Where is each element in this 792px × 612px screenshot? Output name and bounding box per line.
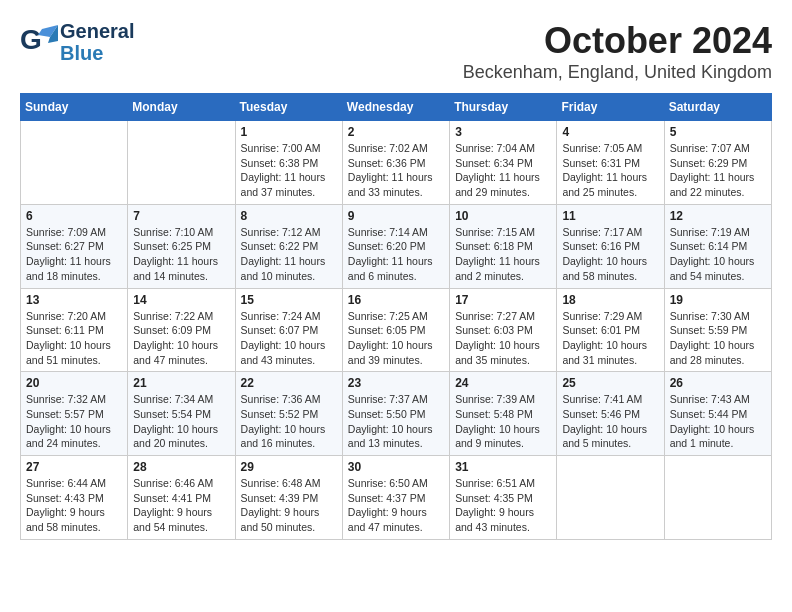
day-info: Sunrise: 7:32 AM Sunset: 5:57 PM Dayligh… xyxy=(26,392,122,451)
calendar-cell xyxy=(664,456,771,540)
day-info: Sunrise: 7:17 AM Sunset: 6:16 PM Dayligh… xyxy=(562,225,658,284)
weekday-header-wednesday: Wednesday xyxy=(342,94,449,121)
day-number: 16 xyxy=(348,293,444,307)
day-number: 17 xyxy=(455,293,551,307)
day-info: Sunrise: 7:37 AM Sunset: 5:50 PM Dayligh… xyxy=(348,392,444,451)
calendar-cell: 23Sunrise: 7:37 AM Sunset: 5:50 PM Dayli… xyxy=(342,372,449,456)
calendar-cell: 26Sunrise: 7:43 AM Sunset: 5:44 PM Dayli… xyxy=(664,372,771,456)
weekday-header-tuesday: Tuesday xyxy=(235,94,342,121)
calendar-cell: 17Sunrise: 7:27 AM Sunset: 6:03 PM Dayli… xyxy=(450,288,557,372)
calendar-cell: 18Sunrise: 7:29 AM Sunset: 6:01 PM Dayli… xyxy=(557,288,664,372)
day-number: 14 xyxy=(133,293,229,307)
calendar-cell: 7Sunrise: 7:10 AM Sunset: 6:25 PM Daylig… xyxy=(128,204,235,288)
day-info: Sunrise: 7:14 AM Sunset: 6:20 PM Dayligh… xyxy=(348,225,444,284)
day-number: 10 xyxy=(455,209,551,223)
week-row-3: 13Sunrise: 7:20 AM Sunset: 6:11 PM Dayli… xyxy=(21,288,772,372)
day-number: 12 xyxy=(670,209,766,223)
day-number: 18 xyxy=(562,293,658,307)
calendar-cell: 2Sunrise: 7:02 AM Sunset: 6:36 PM Daylig… xyxy=(342,121,449,205)
week-row-2: 6Sunrise: 7:09 AM Sunset: 6:27 PM Daylig… xyxy=(21,204,772,288)
calendar-cell: 1Sunrise: 7:00 AM Sunset: 6:38 PM Daylig… xyxy=(235,121,342,205)
calendar-cell: 21Sunrise: 7:34 AM Sunset: 5:54 PM Dayli… xyxy=(128,372,235,456)
day-info: Sunrise: 7:25 AM Sunset: 6:05 PM Dayligh… xyxy=(348,309,444,368)
weekday-header-row: SundayMondayTuesdayWednesdayThursdayFrid… xyxy=(21,94,772,121)
calendar-cell: 12Sunrise: 7:19 AM Sunset: 6:14 PM Dayli… xyxy=(664,204,771,288)
calendar-cell: 6Sunrise: 7:09 AM Sunset: 6:27 PM Daylig… xyxy=(21,204,128,288)
day-info: Sunrise: 7:27 AM Sunset: 6:03 PM Dayligh… xyxy=(455,309,551,368)
day-info: Sunrise: 7:09 AM Sunset: 6:27 PM Dayligh… xyxy=(26,225,122,284)
calendar-cell: 27Sunrise: 6:44 AM Sunset: 4:43 PM Dayli… xyxy=(21,456,128,540)
calendar-cell: 19Sunrise: 7:30 AM Sunset: 5:59 PM Dayli… xyxy=(664,288,771,372)
calendar-cell xyxy=(21,121,128,205)
calendar-cell: 16Sunrise: 7:25 AM Sunset: 6:05 PM Dayli… xyxy=(342,288,449,372)
day-info: Sunrise: 7:02 AM Sunset: 6:36 PM Dayligh… xyxy=(348,141,444,200)
day-info: Sunrise: 7:07 AM Sunset: 6:29 PM Dayligh… xyxy=(670,141,766,200)
calendar-cell: 28Sunrise: 6:46 AM Sunset: 4:41 PM Dayli… xyxy=(128,456,235,540)
weekday-header-monday: Monday xyxy=(128,94,235,121)
day-info: Sunrise: 7:24 AM Sunset: 6:07 PM Dayligh… xyxy=(241,309,337,368)
day-info: Sunrise: 7:00 AM Sunset: 6:38 PM Dayligh… xyxy=(241,141,337,200)
day-number: 26 xyxy=(670,376,766,390)
calendar-cell: 24Sunrise: 7:39 AM Sunset: 5:48 PM Dayli… xyxy=(450,372,557,456)
page-header: G General Blue October 2024 Beckenham, E… xyxy=(20,20,772,83)
day-number: 5 xyxy=(670,125,766,139)
title-block: October 2024 Beckenham, England, United … xyxy=(463,20,772,83)
day-number: 31 xyxy=(455,460,551,474)
week-row-1: 1Sunrise: 7:00 AM Sunset: 6:38 PM Daylig… xyxy=(21,121,772,205)
day-info: Sunrise: 7:30 AM Sunset: 5:59 PM Dayligh… xyxy=(670,309,766,368)
day-number: 1 xyxy=(241,125,337,139)
day-info: Sunrise: 6:50 AM Sunset: 4:37 PM Dayligh… xyxy=(348,476,444,535)
calendar-cell: 25Sunrise: 7:41 AM Sunset: 5:46 PM Dayli… xyxy=(557,372,664,456)
location: Beckenham, England, United Kingdom xyxy=(463,62,772,83)
calendar-table: SundayMondayTuesdayWednesdayThursdayFrid… xyxy=(20,93,772,540)
day-number: 11 xyxy=(562,209,658,223)
calendar-cell: 10Sunrise: 7:15 AM Sunset: 6:18 PM Dayli… xyxy=(450,204,557,288)
day-info: Sunrise: 7:41 AM Sunset: 5:46 PM Dayligh… xyxy=(562,392,658,451)
day-info: Sunrise: 7:05 AM Sunset: 6:31 PM Dayligh… xyxy=(562,141,658,200)
month-title: October 2024 xyxy=(463,20,772,62)
calendar-cell: 11Sunrise: 7:17 AM Sunset: 6:16 PM Dayli… xyxy=(557,204,664,288)
weekday-header-saturday: Saturday xyxy=(664,94,771,121)
day-number: 3 xyxy=(455,125,551,139)
day-number: 29 xyxy=(241,460,337,474)
week-row-5: 27Sunrise: 6:44 AM Sunset: 4:43 PM Dayli… xyxy=(21,456,772,540)
calendar-cell: 3Sunrise: 7:04 AM Sunset: 6:34 PM Daylig… xyxy=(450,121,557,205)
day-info: Sunrise: 7:12 AM Sunset: 6:22 PM Dayligh… xyxy=(241,225,337,284)
day-info: Sunrise: 7:22 AM Sunset: 6:09 PM Dayligh… xyxy=(133,309,229,368)
day-info: Sunrise: 7:34 AM Sunset: 5:54 PM Dayligh… xyxy=(133,392,229,451)
logo-blue: Blue xyxy=(60,42,134,64)
day-number: 23 xyxy=(348,376,444,390)
day-info: Sunrise: 6:51 AM Sunset: 4:35 PM Dayligh… xyxy=(455,476,551,535)
day-number: 9 xyxy=(348,209,444,223)
day-number: 7 xyxy=(133,209,229,223)
calendar-cell: 5Sunrise: 7:07 AM Sunset: 6:29 PM Daylig… xyxy=(664,121,771,205)
day-number: 27 xyxy=(26,460,122,474)
svg-text:G: G xyxy=(20,24,42,55)
weekday-header-friday: Friday xyxy=(557,94,664,121)
day-info: Sunrise: 7:19 AM Sunset: 6:14 PM Dayligh… xyxy=(670,225,766,284)
day-number: 25 xyxy=(562,376,658,390)
weekday-header-sunday: Sunday xyxy=(21,94,128,121)
calendar-cell: 14Sunrise: 7:22 AM Sunset: 6:09 PM Dayli… xyxy=(128,288,235,372)
day-number: 22 xyxy=(241,376,337,390)
day-number: 4 xyxy=(562,125,658,139)
logo-general: General xyxy=(60,20,134,42)
calendar-cell xyxy=(557,456,664,540)
day-info: Sunrise: 7:43 AM Sunset: 5:44 PM Dayligh… xyxy=(670,392,766,451)
day-info: Sunrise: 7:04 AM Sunset: 6:34 PM Dayligh… xyxy=(455,141,551,200)
day-number: 2 xyxy=(348,125,444,139)
week-row-4: 20Sunrise: 7:32 AM Sunset: 5:57 PM Dayli… xyxy=(21,372,772,456)
day-info: Sunrise: 6:46 AM Sunset: 4:41 PM Dayligh… xyxy=(133,476,229,535)
day-info: Sunrise: 6:48 AM Sunset: 4:39 PM Dayligh… xyxy=(241,476,337,535)
day-number: 21 xyxy=(133,376,229,390)
day-number: 13 xyxy=(26,293,122,307)
calendar-cell: 9Sunrise: 7:14 AM Sunset: 6:20 PM Daylig… xyxy=(342,204,449,288)
calendar-cell: 13Sunrise: 7:20 AM Sunset: 6:11 PM Dayli… xyxy=(21,288,128,372)
day-info: Sunrise: 6:44 AM Sunset: 4:43 PM Dayligh… xyxy=(26,476,122,535)
calendar-cell xyxy=(128,121,235,205)
day-number: 19 xyxy=(670,293,766,307)
day-info: Sunrise: 7:20 AM Sunset: 6:11 PM Dayligh… xyxy=(26,309,122,368)
day-number: 30 xyxy=(348,460,444,474)
calendar-cell: 8Sunrise: 7:12 AM Sunset: 6:22 PM Daylig… xyxy=(235,204,342,288)
day-number: 20 xyxy=(26,376,122,390)
